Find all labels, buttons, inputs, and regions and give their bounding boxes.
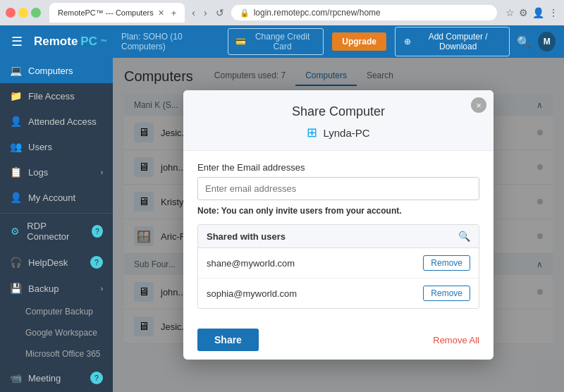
add-computer-btn[interactable]: ⊕ Add Computer / Download <box>395 27 510 56</box>
shared-user-row: sophia@myworld.com Remove <box>198 278 479 308</box>
helpdesk-badge: ? <box>90 256 103 269</box>
header-search-icon[interactable]: 🔍 <box>517 35 531 49</box>
browser-chrome: RemotePC™ --- Computers ✕ + ‹ › ↺ 🔒 logi… <box>0 0 564 25</box>
note-text: You can only invite users from your acco… <box>221 206 402 216</box>
hamburger-menu[interactable]: ☰ <box>11 34 23 49</box>
tab-title: RemotePC™ --- Computers <box>58 8 154 17</box>
rdp-badge: ? <box>92 225 103 238</box>
content-area: Computers Computers used: 7 Computers Se… <box>113 58 564 392</box>
sidebar-sub-computer-backup[interactable]: Computer Backup <box>0 301 113 322</box>
sidebar-item-backup[interactable]: 💾 Backup › <box>0 276 113 301</box>
computers-icon: 💻 <box>10 65 21 76</box>
logo-remote: Remote <box>34 35 78 49</box>
window-max-btn[interactable] <box>31 8 41 18</box>
account-icon: 👤 <box>10 192 21 203</box>
logo: RemotePC™ <box>34 35 107 49</box>
rdp-icon: ⚙ <box>10 226 20 237</box>
users-icon: 👥 <box>10 141 21 152</box>
sidebar-label-attended: Attended Access <box>28 116 97 127</box>
menu-icon[interactable]: ⋮ <box>548 7 558 18</box>
remove-all-btn[interactable]: Remove All <box>433 335 479 345</box>
sidebar-item-attended-access[interactable]: 👤 Attended Access <box>0 109 113 134</box>
computer-name-label: Lynda-PC <box>323 127 369 139</box>
sidebar-item-file-access[interactable]: 📁 File Access <box>0 83 113 109</box>
address-text: login.remotepc.com/rpcnew/home <box>254 8 381 18</box>
browser-tab[interactable]: RemotePC™ --- Computers ✕ + <box>49 3 185 23</box>
sidebar-label-backup: Backup <box>28 283 59 294</box>
note-prefix: Note: <box>197 206 221 216</box>
remove-btn-1[interactable]: Remove <box>423 255 470 271</box>
profile-icon[interactable]: 👤 <box>532 7 544 18</box>
backup-arrow-icon: › <box>101 285 103 293</box>
file-access-icon: 📁 <box>10 90 21 102</box>
upgrade-btn[interactable]: Upgrade <box>332 32 386 51</box>
nav-buttons: ‹ › ↺ <box>189 6 226 20</box>
meeting-badge: ? <box>90 372 103 384</box>
remove-btn-2[interactable]: Remove <box>423 286 470 301</box>
modal-title: Share Computer <box>197 104 479 119</box>
shared-section-header: Shared with users 🔍 <box>198 225 479 248</box>
share-computer-modal: Share Computer ⊞ Lynda-PC × Enter the Em… <box>183 90 494 360</box>
shared-section-title: Shared with users <box>207 231 286 242</box>
shared-section: Shared with users 🔍 shane@myworld.com Re… <box>197 224 479 309</box>
header-right: ⊕ Add Computer / Download 🔍 M <box>395 27 556 56</box>
sidebar-item-users[interactable]: 👥 Users <box>0 134 113 159</box>
sidebar-item-logs[interactable]: 📋 Logs › <box>0 159 113 185</box>
forward-btn[interactable]: › <box>201 6 210 20</box>
sidebar-item-rdp[interactable]: ⚙ RDP Connector ? <box>0 214 113 249</box>
back-btn[interactable]: ‹ <box>189 6 198 20</box>
form-note: Note: You can only invite users from you… <box>197 206 479 216</box>
window-close-btn[interactable] <box>6 8 16 18</box>
shared-user-row: shane@myworld.com Remove <box>198 248 479 278</box>
email-label: Enter the Email addresses <box>197 162 479 173</box>
sidebar-item-helpdesk[interactable]: 🎧 HelpDesk ? <box>0 249 113 276</box>
plan-info: Plan: SOHO (10 Computers) <box>121 32 219 51</box>
sidebar-sub-google-workspace[interactable]: Google Workspace <box>0 322 113 343</box>
backup-icon: 💾 <box>10 283 21 294</box>
sidebar-label-file-access: File Access <box>28 91 75 102</box>
credit-card-icon: 💳 <box>235 37 246 47</box>
modal-header: Share Computer ⊞ Lynda-PC × <box>183 90 494 151</box>
logo-pc: PC <box>80 35 97 49</box>
sidebar-label-users: Users <box>28 142 52 152</box>
tab-close-icon[interactable]: ✕ <box>158 8 164 18</box>
sidebar-item-meeting[interactable]: 📹 Meeting ? <box>0 365 113 391</box>
logs-arrow-icon: › <box>101 169 103 176</box>
shared-user-email-1: shane@myworld.com <box>207 258 295 269</box>
attended-access-icon: 👤 <box>10 116 21 127</box>
shared-search-icon[interactable]: 🔍 <box>458 231 470 242</box>
share-btn[interactable]: Share <box>197 329 259 351</box>
sidebar-label-meeting: Meeting <box>28 373 61 384</box>
sidebar-sub-microsoft-office[interactable]: Microsoft Office 365 <box>0 343 113 365</box>
modal-close-btn[interactable]: × <box>471 97 486 113</box>
shared-user-email-2: sophia@myworld.com <box>207 288 297 299</box>
sidebar-label-computers: Computers <box>28 66 73 76</box>
new-tab-icon[interactable]: + <box>171 8 177 18</box>
extensions-icon[interactable]: ⚙ <box>519 7 528 18</box>
main-layout: 💻 Computers 📁 File Access 👤 Attended Acc… <box>0 58 564 392</box>
sidebar-label-rdp: RDP Connector <box>27 221 84 242</box>
user-avatar[interactable]: M <box>538 32 556 51</box>
sidebar-label-logs: Logs <box>28 167 48 178</box>
modal-body: Enter the Email addresses Note: You can … <box>183 151 494 320</box>
helpdesk-icon: 🎧 <box>10 257 21 268</box>
window-min-btn[interactable] <box>18 8 28 18</box>
address-bar[interactable]: 🔒 login.remotepc.com/rpcnew/home <box>231 5 497 20</box>
sidebar-label-account: My Account <box>28 192 75 203</box>
sidebar: 💻 Computers 📁 File Access 👤 Attended Acc… <box>0 58 113 392</box>
app-header: ☰ RemotePC™ Plan: SOHO (10 Computers) 💳 … <box>0 25 564 58</box>
email-input[interactable] <box>197 177 479 200</box>
modal-computer-name: ⊞ Lynda-PC <box>197 125 479 140</box>
sidebar-item-computers[interactable]: 💻 Computers <box>0 58 113 83</box>
sidebar-label-helpdesk: HelpDesk <box>28 257 68 268</box>
add-icon: ⊕ <box>404 37 411 47</box>
windows-icon: ⊞ <box>307 125 317 140</box>
bookmark-icon[interactable]: ☆ <box>505 7 515 18</box>
reload-btn[interactable]: ↺ <box>213 6 227 20</box>
modal-footer: Share Remove All <box>183 320 494 360</box>
modal-overlay: Share Computer ⊞ Lynda-PC × Enter the Em… <box>113 58 564 392</box>
logs-icon: 📋 <box>10 166 21 178</box>
meeting-icon: 📹 <box>10 372 21 384</box>
sidebar-item-my-account[interactable]: 👤 My Account <box>0 185 113 210</box>
change-credit-card-btn[interactable]: 💳 Change Credit Card <box>228 28 324 55</box>
